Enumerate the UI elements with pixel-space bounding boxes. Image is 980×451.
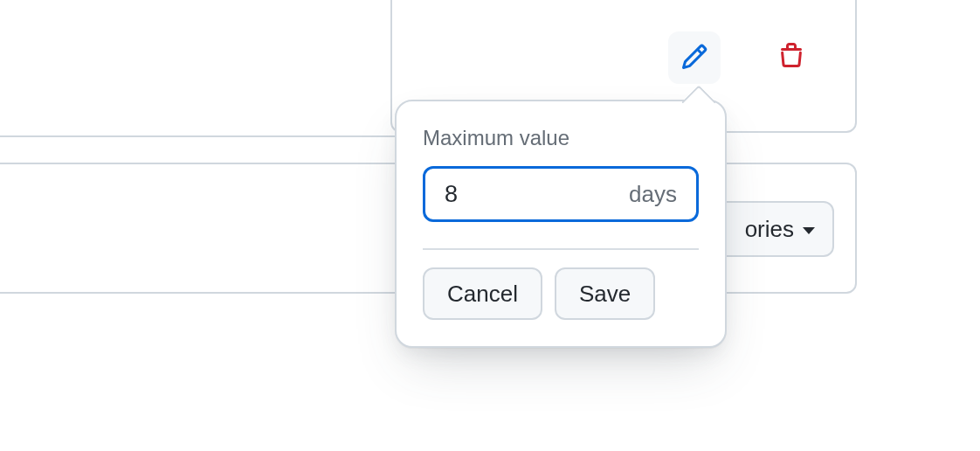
chevron-down-icon — [803, 227, 815, 234]
cancel-button[interactable]: Cancel — [423, 267, 542, 320]
dropdown-label: ories — [745, 216, 794, 243]
save-button[interactable]: Save — [555, 267, 655, 320]
trash-icon — [777, 43, 805, 73]
edit-button[interactable] — [668, 31, 721, 84]
maximum-value-popover: Maximum value days Cancel Save — [395, 100, 727, 348]
popover-actions: Cancel Save — [423, 267, 699, 320]
field-label: Maximum value — [423, 126, 699, 150]
background-stripe — [0, 135, 419, 137]
popover-divider — [423, 248, 699, 250]
maximum-value-input[interactable] — [445, 181, 629, 208]
maximum-value-input-wrapper[interactable]: days — [423, 166, 699, 222]
delete-button[interactable] — [765, 31, 818, 84]
pencil-icon — [680, 43, 708, 73]
maximum-value-unit: days — [629, 181, 677, 208]
